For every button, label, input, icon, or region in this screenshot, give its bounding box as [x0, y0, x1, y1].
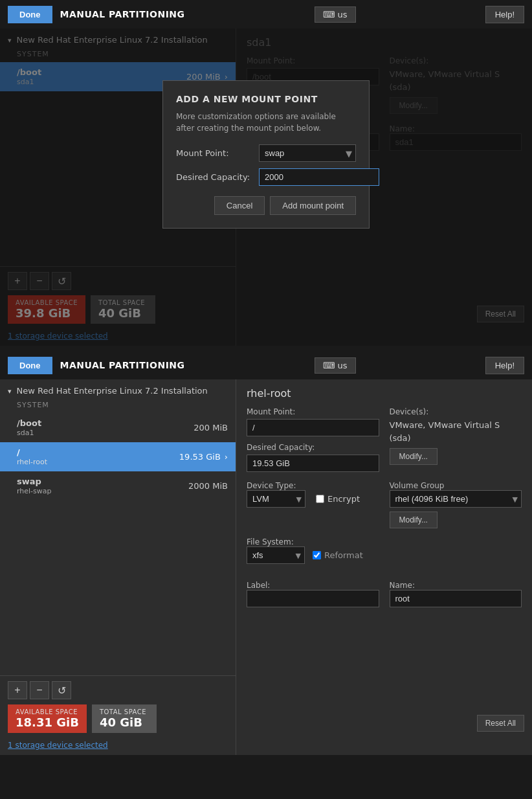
filesystem-row-2: File System: xfs ext4 ext3 vfat ▼: [247, 537, 522, 572]
right-panel-2: rhel-root Mount Point: Desired Capacity:…: [236, 379, 532, 755]
header-left-2: Done MANUAL PARTITIONING: [8, 357, 185, 374]
fs-select-wrapper-2: xfs ext4 ext3 vfat ▼: [247, 546, 305, 564]
partition-right-boot-2: 200 MiB: [194, 423, 228, 433]
available-space-box-2: AVAILABLE SPACE 18.31 GiB: [8, 704, 87, 733]
modify-devices-button-2[interactable]: Modify...: [390, 448, 438, 465]
keyboard-indicator-1: ⌨ us: [315, 6, 356, 23]
modal-mount-point-select[interactable]: swap / /boot /home /var /tmp: [259, 144, 356, 162]
devices-label-2: Device(s):: [390, 407, 522, 416]
partition-item-boot-2[interactable]: /boot sda1 200 MiB: [0, 413, 236, 442]
installation-title-2: New Red Hat Enterprise Linux 7.2 Install…: [17, 386, 208, 396]
refresh-button-2[interactable]: ↺: [52, 681, 71, 699]
main-content-2: ▾ New Red Hat Enterprise Linux 7.2 Insta…: [0, 379, 532, 755]
label-col-2: Label:: [247, 581, 379, 607]
volume-group-col-2: Volume Group rhel (4096 KiB free) ▼ Modi…: [390, 481, 522, 528]
storage-device-link-2[interactable]: 1 storage device selected: [0, 738, 236, 755]
fs-select-2[interactable]: xfs ext4 ext3 vfat: [247, 546, 305, 564]
header-title-2: MANUAL PARTITIONING: [60, 360, 185, 370]
partition-item-root-2[interactable]: / rhel-root 19.53 GiB ›: [0, 442, 236, 471]
label-label-2: Label:: [247, 581, 379, 590]
reformat-checkbox-2[interactable]: [313, 551, 321, 559]
header-right-2: Help!: [485, 357, 524, 374]
header-title-1: MANUAL PARTITIONING: [60, 9, 185, 19]
modal-actions: Cancel Add mount point: [176, 196, 356, 215]
section-title-2: rhel-root: [247, 387, 522, 400]
installation-label-2: ▾ New Red Hat Enterprise Linux 7.2 Insta…: [0, 379, 236, 398]
panel-2: Done MANUAL PARTITIONING ⌨ us Help! ▾ Ne…: [0, 351, 532, 755]
help-button-2[interactable]: Help!: [485, 357, 524, 374]
device-type-controls-2: LVM Standard BTRFS ▼ Encrypt: [247, 490, 379, 508]
left-actions-2: + − ↺: [0, 675, 236, 704]
available-value-2: 18.31 GiB: [16, 715, 79, 729]
filesystem-col-2: File System: xfs ext4 ext3 vfat ▼: [247, 537, 522, 572]
volume-group-select-wrapper-2: rhel (4096 KiB free) ▼: [390, 490, 522, 508]
partition-sub-swap-2: rhel-swap: [17, 487, 52, 495]
keyboard-indicator-2: ⌨ us: [315, 357, 356, 374]
keyboard-lang-2: us: [337, 361, 347, 370]
storage-stats-2: AVAILABLE SPACE 18.31 GiB TOTAL SPACE 40…: [0, 704, 236, 738]
encrypt-checkbox-2[interactable]: [316, 495, 324, 503]
partition-name-boot-2: /boot: [17, 418, 41, 428]
header-2: Done MANUAL PARTITIONING ⌨ us Help!: [0, 351, 532, 379]
modal-mount-point-row: Mount Point: swap / /boot /home /var /tm…: [176, 144, 356, 162]
device-type-col-2: Device Type: LVM Standard BTRFS ▼: [247, 481, 379, 528]
mount-point-label-2: Mount Point:: [247, 407, 379, 416]
encrypt-checkbox-label-2[interactable]: Encrypt: [316, 494, 360, 504]
partition-right-swap-2: 2000 MiB: [188, 481, 228, 491]
device-type-row-2: Device Type: LVM Standard BTRFS ▼: [247, 481, 522, 528]
device-type-select-wrapper-2: LVM Standard BTRFS ▼: [247, 490, 305, 508]
add-partition-button-2[interactable]: +: [8, 681, 27, 699]
remove-partition-button-2[interactable]: −: [30, 681, 49, 699]
modal-add-button[interactable]: Add mount point: [270, 196, 356, 215]
desired-capacity-label-2: Desired Capacity:: [247, 443, 379, 452]
partition-right-root-2: 19.53 GiB ›: [179, 452, 228, 462]
device-type-select-2[interactable]: LVM Standard BTRFS: [247, 490, 305, 508]
modify-vg-button-2[interactable]: Modify...: [390, 512, 438, 528]
modal-mount-point-select-wrapper: swap / /boot /home /var /tmp ▼: [259, 144, 356, 162]
total-space-box-2: TOTAL SPACE 40 GiB: [92, 704, 157, 733]
desired-capacity-group-2: Desired Capacity:: [247, 443, 379, 472]
system-label-2: SYSTEM: [0, 398, 236, 413]
panel-1: Done MANUAL PARTITIONING ⌨ us Help! ▾ Ne…: [0, 0, 532, 346]
device-text-3: VMware, VMware Virtual S: [390, 419, 522, 432]
mount-point-input-2[interactable]: [247, 419, 379, 436]
keyboard-lang-1: us: [337, 10, 347, 19]
chevron-down-icon-2: ▾: [8, 387, 12, 396]
header-left-1: Done MANUAL PARTITIONING: [8, 6, 185, 23]
header-1: Done MANUAL PARTITIONING ⌨ us Help!: [0, 0, 532, 28]
fs-controls-2: xfs ext4 ext3 vfat ▼ Reformat: [247, 546, 522, 564]
device-type-label-2: Device Type:: [247, 481, 379, 490]
partition-item-swap-2[interactable]: swap rhel-swap 2000 MiB: [0, 471, 236, 501]
modal-capacity-row: Desired Capacity:: [176, 168, 356, 186]
partition-sub-root-2: rhel-root: [17, 458, 47, 466]
left-panel-2: ▾ New Red Hat Enterprise Linux 7.2 Insta…: [0, 379, 236, 755]
modal-cancel-button[interactable]: Cancel: [214, 196, 265, 215]
partition-info-boot-2: /boot sda1: [17, 418, 41, 437]
modal-title: ADD A NEW MOUNT POINT: [176, 94, 356, 104]
name-label-2: Name:: [390, 581, 522, 590]
done-button-2[interactable]: Done: [8, 357, 52, 374]
volume-group-select-2[interactable]: rhel (4096 KiB free): [390, 490, 522, 508]
modal-capacity-label: Desired Capacity:: [176, 172, 254, 182]
spacer-2: [0, 501, 236, 675]
header-right-1: Help!: [485, 6, 524, 23]
partition-size-swap-2: 2000 MiB: [188, 481, 228, 491]
keyboard-icon-1: ⌨: [323, 10, 335, 19]
name-input-2[interactable]: [390, 590, 522, 607]
volume-group-label-2: Volume Group: [390, 481, 522, 490]
label-input-2[interactable]: [247, 590, 379, 607]
reformat-label-text-2: Reformat: [324, 550, 363, 560]
partition-info-root-2: / rhel-root: [17, 447, 47, 466]
left-col-2: Mount Point: Desired Capacity:: [247, 407, 379, 472]
filesystem-label-2: File System:: [247, 537, 522, 546]
modal-capacity-input[interactable]: [259, 168, 379, 186]
done-button-1[interactable]: Done: [8, 6, 52, 23]
partition-sub-boot-2: sda1: [17, 429, 41, 437]
desired-capacity-input-2[interactable]: [247, 455, 379, 472]
partition-size-root-2: 19.53 GiB: [179, 452, 221, 462]
help-button-1[interactable]: Help!: [485, 6, 524, 23]
partition-size-boot-2: 200 MiB: [194, 423, 228, 433]
reset-all-button-2[interactable]: Reset All: [477, 715, 524, 732]
device-text-4: (sda): [390, 432, 522, 445]
reformat-checkbox-label-2[interactable]: Reformat: [313, 550, 363, 560]
